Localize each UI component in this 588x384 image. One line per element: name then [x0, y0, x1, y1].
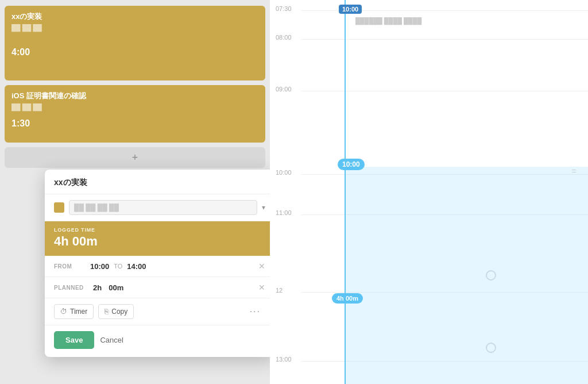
timeline-area: 07:30 08:00 09:00 10:00 11:00 12 13:00 1… — [270, 0, 588, 384]
dropdown-text-placeholder: ██ ██ ██ ██ — [74, 203, 119, 212]
time-from-to-row: FROM 10:00 TO 14:00 ✕ — [45, 256, 270, 277]
logged-time-section: LOGGED TIME 4h 00m — [45, 221, 270, 256]
dropdown-color-swatch — [54, 202, 64, 213]
to-time-input[interactable]: 14:00 — [127, 262, 146, 271]
copy-label: Copy — [111, 308, 127, 316]
blue-time-region[interactable] — [345, 167, 588, 384]
popup-footer: Save Cancel — [45, 325, 270, 357]
time-label-1100: 11:00 — [276, 210, 292, 216]
task-sub-2: ██ ██ ██ — [11, 103, 258, 110]
cancel-button[interactable]: Cancel — [100, 336, 123, 344]
more-options-button[interactable]: ··· — [245, 304, 265, 319]
duration-badge: 4h 00m — [332, 293, 363, 304]
add-task-button[interactable]: + — [5, 147, 265, 168]
time-label-730: 07:30 — [276, 6, 292, 12]
copy-button[interactable]: ⎘ Copy — [98, 304, 134, 319]
planned-row: PLANNED 2h 00m ✕ — [45, 277, 270, 298]
logged-time-label: LOGGED TIME — [54, 227, 265, 233]
task-edit-popup: xxの実装 ██ ██ ██ ██ ▾ LOGGED TIME 4h 00m F… — [45, 170, 270, 357]
logged-time-value: 4h 00m — [54, 234, 265, 249]
popup-header: xxの実装 — [45, 170, 270, 194]
popup-actions: ⏱ Timer ⎘ Copy ··· — [45, 298, 270, 325]
planned-close-icon[interactable]: ✕ — [258, 283, 265, 292]
timer-button[interactable]: ⏱ Timer — [54, 304, 94, 319]
save-button[interactable]: Save — [54, 331, 94, 349]
time-label-1300: 13:00 — [276, 356, 292, 363]
time-indicator-badge: 10:00 — [338, 159, 365, 170]
time-label-800: 08:00 — [276, 34, 292, 41]
planned-hours[interactable]: 2h — [93, 283, 102, 292]
task-sub-1: ██ ██ ██ — [11, 24, 258, 31]
resize-handle-icon[interactable]: = — [572, 167, 577, 176]
planned-minutes[interactable]: 00m — [109, 283, 123, 292]
timer-icon: ⏱ — [60, 308, 67, 316]
planned-label: PLANNED — [54, 285, 88, 291]
task-title-1: xxの実装 — [11, 11, 258, 22]
right-panel: 07:30 08:00 09:00 10:00 11:00 12 13:00 1… — [270, 0, 588, 384]
left-panel: xxの実装 ██ ██ ██ 4:00 iOS 証明書関連の確認 ██ ██ █… — [0, 0, 270, 384]
time-label-900: 09:00 — [276, 86, 292, 93]
to-label: TO — [114, 263, 122, 270]
add-icon: + — [132, 152, 138, 164]
from-label: FROM — [54, 263, 86, 270]
task-title-2: iOS 証明書関連の確認 — [11, 91, 258, 101]
popup-title: xxの実装 — [54, 178, 87, 187]
task-card-1[interactable]: xxの実装 ██ ██ ██ 4:00 — [5, 6, 265, 80]
task-time-1: 4:00 — [11, 47, 258, 57]
time-label-1200: 12 — [276, 287, 283, 294]
task-time-2: 1:30 — [11, 118, 258, 129]
from-to-close-icon[interactable]: ✕ — [258, 262, 265, 271]
copy-icon: ⎘ — [105, 308, 109, 316]
time-label-1000: 10:00 — [276, 170, 292, 176]
timer-label: Timer — [70, 308, 87, 316]
dropdown-field[interactable]: ██ ██ ██ ██ — [69, 200, 257, 215]
from-time-input[interactable]: 10:00 — [90, 262, 109, 271]
popup-dropdown[interactable]: ██ ██ ██ ██ ▾ — [45, 194, 270, 221]
current-time-badge: 10:00 — [339, 5, 362, 14]
current-time-text: ██████ ████ ████ — [353, 16, 424, 25]
time-indicator-line — [345, 0, 346, 384]
task-card-2[interactable]: iOS 証明書関連の確認 ██ ██ ██ 1:30 — [5, 85, 265, 143]
chevron-down-icon: ▾ — [262, 203, 265, 212]
